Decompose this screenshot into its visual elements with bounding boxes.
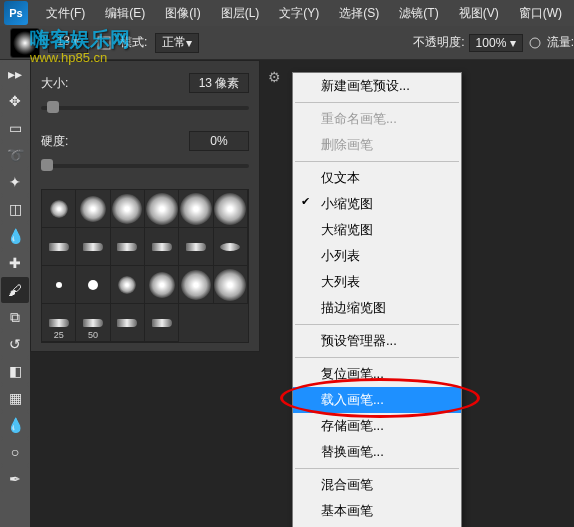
preset-item[interactable] (76, 266, 110, 304)
preset-item[interactable] (179, 228, 213, 266)
brush-tool[interactable]: 🖌 (1, 277, 29, 303)
heal-tool[interactable]: ✚ (1, 250, 29, 276)
preset-item[interactable] (179, 190, 213, 228)
dodge-tool[interactable]: ○ (1, 439, 29, 465)
menu-item[interactable]: 大列表 (293, 269, 461, 295)
flow-label: 流量: (547, 34, 574, 51)
menu-separator (295, 357, 459, 358)
preset-item[interactable] (145, 266, 179, 304)
options-bar: 13 ▾ 模式: 正常 ▾ 不透明度: 100% ▾ 流量: 嗨客娱乐网 www… (0, 26, 574, 60)
menu-item[interactable]: 预设管理器... (293, 328, 461, 354)
preset-item[interactable] (42, 266, 76, 304)
brush-size-field[interactable]: 13 ▾ (48, 33, 88, 53)
lasso-tool[interactable]: ➰ (1, 142, 29, 168)
wand-tool[interactable]: ✦ (1, 169, 29, 195)
brush-preset-thumb[interactable] (10, 28, 40, 58)
preset-item[interactable] (214, 228, 248, 266)
gradient-tool[interactable]: ▦ (1, 385, 29, 411)
menu-item[interactable]: 复位画笔... (293, 361, 461, 387)
preset-item[interactable] (145, 228, 179, 266)
menu-item[interactable]: 混合画笔 (293, 472, 461, 498)
menu-separator (295, 102, 459, 103)
preset-item[interactable] (145, 304, 179, 342)
hardness-value[interactable]: 0% (189, 131, 249, 151)
preset-item[interactable] (145, 190, 179, 228)
menu-image[interactable]: 图像(I) (155, 5, 210, 22)
hardness-slider[interactable] (41, 157, 249, 175)
preset-item[interactable] (214, 190, 248, 228)
menu-item: 重命名画笔... (293, 106, 461, 132)
preset-item[interactable] (111, 266, 145, 304)
preset-item[interactable] (76, 228, 110, 266)
menu-edit[interactable]: 编辑(E) (95, 5, 155, 22)
menu-view[interactable]: 视图(V) (449, 5, 509, 22)
preset-item[interactable] (111, 228, 145, 266)
brush-preset-grid: 25 50 (41, 189, 249, 343)
menu-item[interactable]: 新建画笔预设... (293, 73, 461, 99)
menu-item[interactable]: 描边缩览图 (293, 295, 461, 321)
preset-item[interactable] (111, 304, 145, 342)
crop-tool[interactable]: ◫ (1, 196, 29, 222)
eyedropper-tool[interactable]: 💧 (1, 223, 29, 249)
opacity-value[interactable]: 100% ▾ (469, 34, 523, 52)
menu-layer[interactable]: 图层(L) (211, 5, 270, 22)
toolbar: ▸▸ ✥ ▭ ➰ ✦ ◫ 💧 ✚ 🖌 ⧉ ↺ ◧ ▦ 💧 ○ ✒ (0, 60, 30, 493)
menu-item[interactable]: 仅文本 (293, 165, 461, 191)
menu-item[interactable]: 小缩览图 (293, 191, 461, 217)
stamp-tool[interactable]: ⧉ (1, 304, 29, 330)
history-brush-tool[interactable]: ↺ (1, 331, 29, 357)
menu-item[interactable]: 大缩览图 (293, 217, 461, 243)
preset-item[interactable]: 50 (76, 304, 110, 342)
preset-item[interactable] (42, 190, 76, 228)
size-slider[interactable] (41, 99, 249, 117)
preset-item[interactable]: 25 (42, 304, 76, 342)
brush-panel-icon[interactable] (96, 35, 112, 51)
menu-file[interactable]: 文件(F) (36, 5, 95, 22)
menu-type[interactable]: 文字(Y) (269, 5, 329, 22)
gear-icon[interactable]: ⚙ (268, 69, 281, 85)
mode-label: 模式: (120, 34, 147, 51)
preset-item[interactable] (179, 266, 213, 304)
pressure-opacity-icon[interactable] (527, 35, 543, 51)
brush-presets-panel: ⚙ 大小: 13 像素 硬度: 0% 25 50 (30, 60, 260, 352)
size-value[interactable]: 13 像素 (189, 73, 249, 93)
menu-separator (295, 324, 459, 325)
app-logo: Ps (4, 1, 28, 25)
size-label: 大小: (41, 75, 89, 92)
blur-tool[interactable]: 💧 (1, 412, 29, 438)
menu-separator (295, 161, 459, 162)
svg-point-1 (530, 38, 540, 48)
menu-select[interactable]: 选择(S) (329, 5, 389, 22)
opacity-label: 不透明度: (413, 34, 464, 51)
brush-flyout-menu: 新建画笔预设...重命名画笔...删除画笔仅文本小缩览图大缩览图小列表大列表描边… (292, 72, 462, 527)
preset-item[interactable] (214, 266, 248, 304)
eraser-tool[interactable]: ◧ (1, 358, 29, 384)
menu-item[interactable]: 载入画笔... (293, 387, 461, 413)
menu-separator (295, 468, 459, 469)
menu-item[interactable]: 小列表 (293, 243, 461, 269)
menu-item[interactable]: 存储画笔... (293, 413, 461, 439)
menu-item: 删除画笔 (293, 132, 461, 158)
menu-item[interactable]: 基本画笔 (293, 498, 461, 524)
preset-item[interactable] (42, 228, 76, 266)
expand-tool-icon[interactable]: ▸▸ (1, 61, 29, 87)
hardness-label: 硬度: (41, 133, 89, 150)
preset-item[interactable] (111, 190, 145, 228)
menu-window[interactable]: 窗口(W) (509, 5, 572, 22)
marquee-tool[interactable]: ▭ (1, 115, 29, 141)
menu-item[interactable]: 替换画笔... (293, 439, 461, 465)
menubar: Ps 文件(F) 编辑(E) 图像(I) 图层(L) 文字(Y) 选择(S) 滤… (0, 0, 574, 26)
move-tool[interactable]: ✥ (1, 88, 29, 114)
preset-item[interactable] (76, 190, 110, 228)
mode-select[interactable]: 正常 ▾ (155, 33, 199, 53)
menu-filter[interactable]: 滤镜(T) (389, 5, 448, 22)
svg-rect-0 (98, 37, 110, 49)
pen-tool[interactable]: ✒ (1, 466, 29, 492)
